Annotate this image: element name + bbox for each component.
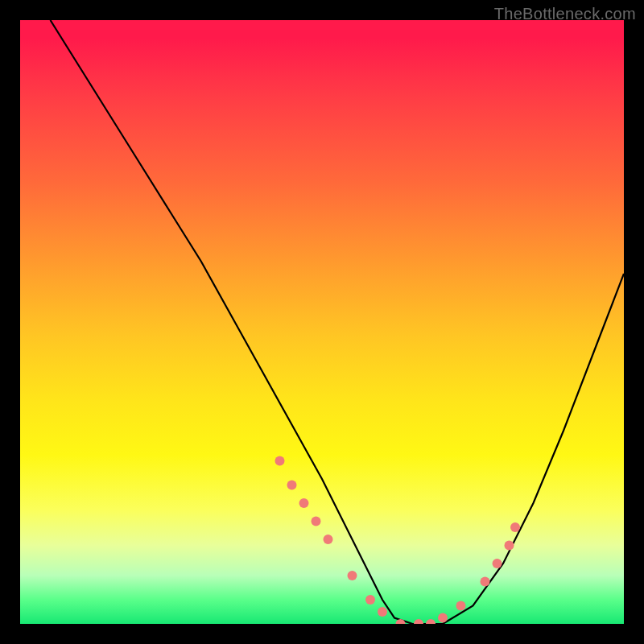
- highlight-dot: [378, 607, 387, 617]
- highlight-dot: [365, 595, 375, 605]
- bottleneck-curve: [51, 20, 625, 624]
- highlight-dots: [275, 456, 521, 625]
- highlight-dot: [348, 571, 357, 580]
- highlight-dot: [438, 613, 448, 623]
- highlight-dot: [312, 517, 321, 526]
- highlight-dot: [481, 577, 490, 587]
- highlight-dot: [414, 619, 423, 624]
- highlight-dot: [426, 619, 436, 624]
- highlight-dot: [287, 481, 297, 490]
- highlight-dot: [456, 601, 466, 611]
- highlight-dot: [510, 522, 520, 532]
- highlight-dot: [493, 559, 502, 568]
- highlight-dot: [324, 535, 333, 544]
- highlight-dot: [299, 498, 309, 508]
- highlight-dot: [505, 541, 514, 551]
- plot-area: [20, 20, 624, 624]
- chart-frame: TheBottleneck.com: [0, 0, 644, 644]
- highlight-dot: [275, 456, 285, 466]
- highlight-dot: [396, 619, 406, 624]
- chart-svg: [20, 20, 624, 624]
